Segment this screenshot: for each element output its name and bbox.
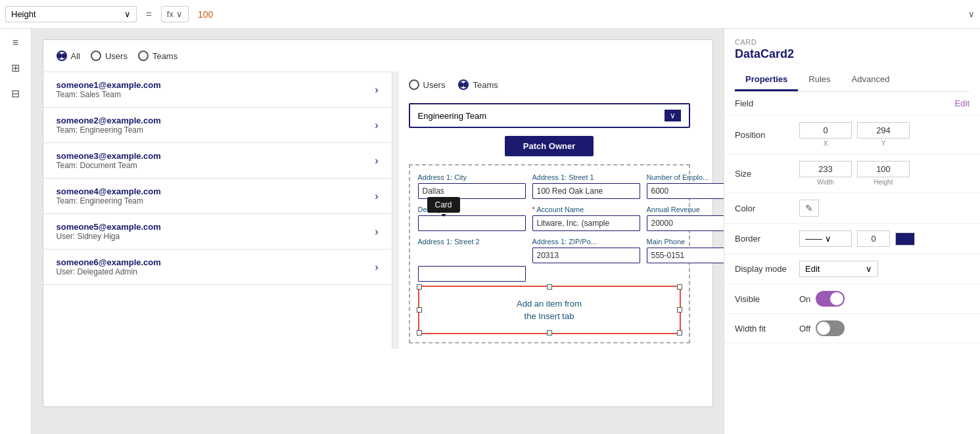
display-mode-chevron: ∨	[866, 264, 872, 274]
handle-tr[interactable]	[677, 284, 682, 290]
position-x-group: X	[799, 122, 852, 147]
radio-users[interactable]: Users	[91, 51, 128, 61]
formula-value[interactable]: 100	[193, 9, 964, 20]
user-email: someone5@example.com	[57, 222, 161, 232]
handle-mr[interactable]	[677, 307, 682, 313]
user-team: Team: Engineering Team	[57, 125, 161, 135]
user-email: someone3@example.com	[57, 151, 161, 161]
user-team: Team: Sales Team	[57, 90, 161, 99]
fx-button[interactable]: fx ∨	[161, 6, 189, 22]
handle-ml[interactable]	[417, 307, 422, 313]
inner-radio-users-circle	[409, 79, 419, 90]
team-dropdown-value: Engineering Team	[418, 111, 487, 121]
field-zip-input[interactable]	[532, 248, 640, 263]
fx-chevron: ∨	[176, 9, 183, 19]
widthfit-toggle[interactable]	[816, 320, 845, 336]
border-style-select[interactable]: —— ∨	[799, 230, 852, 247]
field-city-label: Address 1: City	[418, 173, 526, 181]
border-style-chevron: ∨	[825, 234, 831, 244]
visible-toggle-knob	[830, 292, 843, 305]
layers-icon[interactable]: ⊞	[11, 62, 20, 74]
user-email: someone1@example.com	[57, 80, 161, 90]
prop-color-label: Color	[735, 204, 794, 213]
team-panel: Users Teams Engineering Team ∨	[398, 72, 701, 349]
props-card-label: CARD	[735, 38, 969, 46]
props-header: CARD DataCard2 Properties Rules Advanced	[724, 29, 980, 92]
inner-radio-teams[interactable]: Teams	[458, 79, 498, 90]
field-street1-label: Address 1: Street 1	[532, 173, 640, 181]
radio-teams[interactable]: Teams	[138, 51, 177, 61]
field-city: Address 1: City	[418, 173, 526, 199]
radio-all-label: All	[71, 51, 80, 61]
position-y-sublabel: Y	[857, 140, 910, 147]
user-team: User: Delegated Admin	[57, 267, 161, 276]
field-zip-label: Address 1: ZIP/Po...	[532, 238, 640, 246]
border-width-input[interactable]	[857, 230, 890, 247]
border-line: ——	[805, 234, 822, 244]
chevron-right-icon: ›	[375, 155, 378, 167]
field-zip: Address 1: ZIP/Po...	[532, 238, 640, 282]
field-street1-input[interactable]	[532, 183, 640, 199]
team-dropdown[interactable]: Engineering Team ∨	[409, 103, 690, 128]
field-street2-input[interactable]	[418, 266, 526, 282]
field-street2-label: Address 1: Street 2	[418, 238, 526, 246]
tab-rules[interactable]: Rules	[798, 69, 841, 91]
height-selector-chevron: ∨	[124, 9, 131, 19]
visible-toggle[interactable]	[816, 291, 845, 307]
border-color-swatch[interactable]	[895, 232, 915, 246]
position-y-group: Y	[857, 122, 910, 147]
field-phone-label: Main Phone	[647, 238, 724, 246]
props-title: DataCard2	[735, 47, 969, 61]
patch-owner-button[interactable]: Patch Owner	[505, 136, 594, 156]
size-width-sublabel: Width	[799, 179, 852, 186]
field-description-input[interactable]	[418, 215, 526, 231]
position-x-sublabel: X	[799, 140, 852, 147]
fx-label: fx	[167, 9, 174, 19]
field-phone: Main Phone	[647, 238, 724, 282]
chevron-right-icon: ›	[375, 226, 378, 238]
position-y-input[interactable]	[857, 122, 910, 139]
field-street2: Address 1: Street 2 Card	[418, 238, 526, 282]
user-item[interactable]: someone4@example.com Team: Engineering T…	[43, 179, 392, 214]
components-icon[interactable]: ⊟	[11, 87, 20, 100]
prop-border-row: Border —— ∨	[724, 224, 980, 254]
fields-grid: Address 1: City Address 1: Street 1 Numb…	[418, 173, 681, 282]
handle-br[interactable]	[677, 330, 682, 336]
handle-tc[interactable]	[547, 284, 552, 290]
radio-all[interactable]: All	[57, 51, 80, 61]
tab-properties[interactable]: Properties	[735, 69, 798, 91]
handle-bc[interactable]	[547, 330, 552, 336]
list-scrollbar[interactable]	[392, 72, 398, 349]
user-item[interactable]: someone6@example.com User: Delegated Adm…	[43, 250, 392, 285]
field-phone-input[interactable]	[647, 248, 724, 263]
position-x-input[interactable]	[799, 122, 852, 139]
handle-bl[interactable]	[417, 330, 422, 336]
prop-field-edit[interactable]: Edit	[955, 98, 969, 108]
size-height-input[interactable]	[857, 161, 910, 177]
formula-right-chevron[interactable]: ∨	[968, 9, 975, 19]
height-selector[interactable]: Height ∨	[5, 6, 137, 22]
tab-advanced[interactable]: Advanced	[841, 69, 900, 91]
color-picker-button[interactable]: ✎	[799, 200, 819, 217]
menu-icon[interactable]: ≡	[12, 37, 18, 49]
user-team: Team: Document Team	[57, 161, 161, 170]
display-mode-select[interactable]: Edit ∨	[799, 261, 878, 277]
field-account-name-input[interactable]	[532, 215, 640, 231]
field-employees-input[interactable]	[647, 183, 724, 199]
radio-users-circle	[91, 51, 101, 61]
prop-visible-row: Visible On	[724, 284, 980, 314]
inner-radio-users[interactable]: Users	[409, 79, 446, 90]
field-annual-revenue-input[interactable]	[647, 215, 724, 231]
chevron-right-icon: ›	[375, 190, 378, 202]
visible-toggle-container: On	[799, 291, 845, 307]
dropdown-arrow-icon: ∨	[665, 110, 681, 121]
user-item[interactable]: someone5@example.com User: Sidney Higa ›	[43, 214, 392, 250]
canvas-area: All Users Teams someone1@example.com	[32, 29, 724, 434]
handle-tl[interactable]	[417, 284, 422, 290]
card-tooltip: Card	[427, 197, 460, 213]
user-item[interactable]: someone2@example.com Team: Engineering T…	[43, 108, 392, 143]
user-item[interactable]: someone1@example.com Team: Sales Team ›	[43, 72, 392, 108]
size-width-input[interactable]	[799, 161, 852, 177]
inner-radio-teams-circle	[458, 79, 469, 90]
user-item[interactable]: someone3@example.com Team: Document Team…	[43, 143, 392, 179]
